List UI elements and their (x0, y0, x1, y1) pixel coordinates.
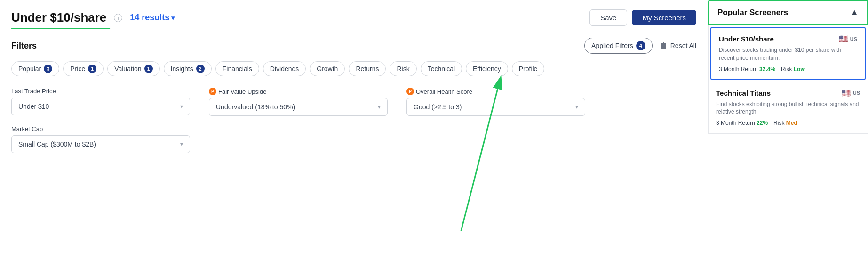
stat-item-1-0: 3 Month Return 22% (716, 120, 768, 126)
dropdowns-grid: Last Trade PriceUnder $10▾PFair Value Up… (11, 88, 696, 153)
region-badge: US (850, 36, 857, 42)
dropdown-arrow-icon: ▾ (180, 141, 183, 147)
dropdown-arrow-icon: ▾ (378, 104, 381, 110)
info-badge-icon: P (209, 88, 216, 95)
screener-name-0: Under $10/share (719, 35, 774, 43)
stat-value-1-0: 22% (757, 120, 768, 126)
dropdown-group-2: POverall Health ScoreGood (>2.5 to 3)▾ (406, 88, 585, 116)
reset-all-button[interactable]: 🗑 Reset All (660, 41, 696, 50)
chip-risk[interactable]: Risk (390, 61, 416, 76)
screener-desc-0: Discover stocks trading under $10 per sh… (719, 46, 857, 62)
chip-growth[interactable]: Growth (310, 61, 345, 76)
chip-valuation[interactable]: Valuation1 (107, 61, 159, 76)
stat-item-1-1: Risk Med (773, 120, 797, 126)
dropdown-arrow-icon: ▾ (180, 103, 183, 110)
screener-card-1[interactable]: Technical Titans🇺🇸USFind stocks exhibiti… (709, 82, 868, 134)
filter-chips-row: Popular3Price1Valuation1Insights2Financi… (11, 61, 696, 76)
flag-icon: 🇺🇸 (842, 89, 851, 98)
filters-header: Filters Applied Filters 4 🗑 Reset All (11, 38, 696, 54)
chip-efficiency[interactable]: Efficiency (466, 61, 508, 76)
dropdown-label-2: POverall Health Score (406, 88, 585, 95)
chip-badge-price: 1 (88, 65, 96, 73)
stat-item-0-1: Risk Low (781, 66, 805, 73)
chip-badge-insights: 2 (196, 65, 205, 73)
header-left: Under $10/share i 14 results ▾ (11, 10, 175, 25)
chip-returns[interactable]: Returns (349, 61, 386, 76)
reset-icon: 🗑 (660, 41, 668, 50)
panel-scroll[interactable]: Under $10/share🇺🇸USDiscover stocks tradi… (708, 25, 868, 134)
dropdown-group-3: Market CapSmall Cap ($300M to $2B)▾ (11, 125, 190, 153)
stat-value-0-0: 32.4% (759, 66, 775, 73)
stat-value-1-1: Med (786, 120, 797, 126)
page-title: Under $10/share (11, 10, 106, 25)
chip-price[interactable]: Price1 (63, 61, 104, 76)
chip-financials[interactable]: Financials (215, 61, 259, 76)
results-dropdown-arrow: ▾ (171, 14, 175, 22)
screener-desc-1: Find stocks exhibiting strong bullish te… (716, 100, 860, 116)
dropdown-group-0: Last Trade PriceUnder $10▾ (11, 88, 190, 116)
flag-icon: 🇺🇸 (839, 34, 848, 43)
region-badge: US (853, 90, 860, 96)
chip-badge-valuation: 1 (144, 65, 153, 73)
chip-popular[interactable]: Popular3 (11, 61, 59, 76)
dropdown-label-3: Market Cap (11, 125, 190, 132)
screener-name-1: Technical Titans (716, 89, 771, 97)
my-screeners-button[interactable]: My Screeners (632, 10, 696, 25)
chip-badge-popular: 3 (44, 65, 52, 73)
chip-technical[interactable]: Technical (421, 61, 462, 76)
collapse-button[interactable]: ▲ (850, 8, 859, 17)
dropdown-label-1: PFair Value Upside (209, 88, 388, 95)
dropdown-select-3[interactable]: Small Cap ($300M to $2B)▾ (11, 135, 190, 153)
applied-filters-button[interactable]: Applied Filters 4 (584, 38, 653, 54)
dropdown-arrow-icon: ▾ (575, 104, 578, 110)
panel-title: Popular Screeners (717, 8, 788, 17)
right-panel: Popular Screeners ▲ Under $10/share🇺🇸USD… (708, 0, 868, 253)
dropdown-label-0: Last Trade Price (11, 88, 190, 95)
chip-dividends[interactable]: Dividends (263, 61, 306, 76)
dropdown-select-2[interactable]: Good (>2.5 to 3)▾ (406, 98, 585, 116)
applied-filters-badge: 4 (636, 41, 645, 50)
panel-header: Popular Screeners ▲ (708, 0, 868, 25)
stat-value-0-1: Low (794, 66, 805, 73)
results-button[interactable]: 14 results ▾ (130, 13, 175, 23)
dropdown-select-0[interactable]: Under $10▾ (11, 98, 190, 115)
filters-title: Filters (11, 41, 37, 51)
title-underline (11, 28, 110, 29)
header-row: Under $10/share i 14 results ▾ Save My S… (11, 9, 696, 26)
stat-item-0-0: 3 Month Return 32.4% (719, 66, 775, 73)
header-right: Save My Screeners (589, 9, 696, 26)
save-button[interactable]: Save (589, 9, 627, 26)
chip-insights[interactable]: Insights2 (164, 61, 212, 76)
info-icon[interactable]: i (114, 14, 122, 22)
chip-profile[interactable]: Profile (512, 61, 545, 76)
screener-card-0[interactable]: Under $10/share🇺🇸USDiscover stocks tradi… (710, 27, 866, 80)
dropdown-group-1: PFair Value UpsideUndervalued (18% to 50… (209, 88, 388, 116)
dropdown-select-1[interactable]: Undervalued (18% to 50%)▾ (209, 98, 388, 116)
filters-actions: Applied Filters 4 🗑 Reset All (584, 38, 696, 54)
info-badge-icon: P (406, 88, 414, 95)
